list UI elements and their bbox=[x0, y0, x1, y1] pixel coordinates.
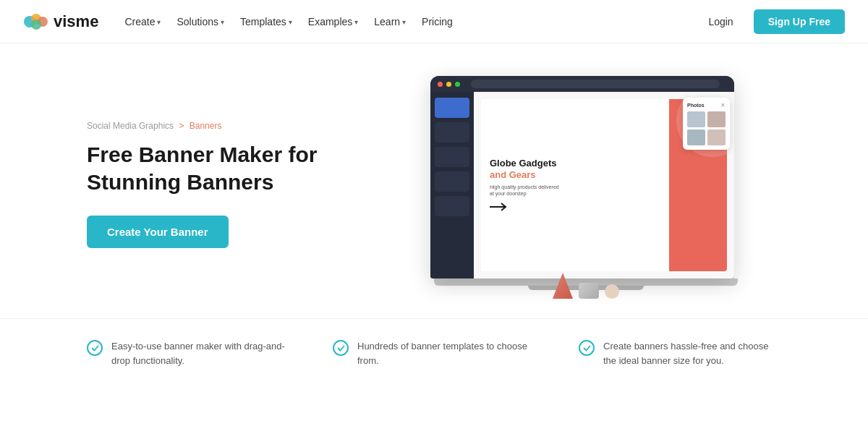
app-sidebar bbox=[430, 92, 474, 278]
photos-panel: Photos ✕ bbox=[683, 98, 730, 150]
checkmark-svg-3 bbox=[583, 344, 591, 352]
laptop-screen: Globe Gadgets and Gears High quality pro… bbox=[430, 76, 734, 278]
desk-decorations bbox=[553, 273, 619, 299]
banner-text-content: Globe Gadgets and Gears High quality pro… bbox=[481, 99, 669, 271]
login-button[interactable]: Login bbox=[697, 10, 744, 33]
svg-point-3 bbox=[31, 20, 41, 30]
banner-subtitle: High quality products deliveredat your d… bbox=[490, 184, 660, 197]
nav-examples[interactable]: Examples ▾ bbox=[302, 12, 364, 32]
chevron-down-icon: ▾ bbox=[354, 18, 358, 26]
cylinder-decoration bbox=[579, 283, 599, 299]
sidebar-icon-2 bbox=[435, 122, 469, 142]
breadcrumb-separator: > bbox=[179, 121, 184, 131]
feature-text-3: Create banners hassle-free and choose th… bbox=[603, 339, 781, 367]
photos-panel-title: Photos bbox=[687, 103, 705, 108]
laptop-body: Globe Gadgets and Gears High quality pro… bbox=[430, 92, 734, 278]
nav-learn[interactable]: Learn ▾ bbox=[368, 12, 412, 32]
laptop-mockup: Globe Gadgets and Gears High quality pro… bbox=[430, 76, 741, 293]
check-icon-1 bbox=[87, 340, 103, 356]
banner-title-line2: and Gears bbox=[490, 169, 660, 181]
dot-yellow bbox=[446, 82, 451, 87]
chevron-down-icon: ▾ bbox=[289, 18, 292, 26]
hero-illustration: Globe Gadgets and Gears High quality pro… bbox=[362, 76, 810, 293]
chevron-down-icon: ▾ bbox=[157, 18, 161, 26]
feature-text-1: Easy-to-use banner maker with drag-and-d… bbox=[111, 339, 289, 367]
logo[interactable]: visme bbox=[23, 12, 98, 31]
nav-create[interactable]: Create ▾ bbox=[119, 12, 166, 32]
chevron-down-icon: ▾ bbox=[221, 18, 224, 26]
sidebar-icon-3 bbox=[435, 147, 469, 167]
navbar-right: Login Sign Up Free bbox=[697, 9, 845, 34]
check-icon-2 bbox=[333, 340, 349, 356]
hero-section: Social Media Graphics > Banners Free Ban… bbox=[0, 43, 868, 318]
photos-panel-header: Photos ✕ bbox=[687, 102, 726, 109]
url-bar bbox=[471, 80, 720, 88]
breadcrumb-current: Banners bbox=[190, 121, 222, 131]
features-section: Easy-to-use banner maker with drag-and-d… bbox=[0, 318, 868, 391]
breadcrumb-parent[interactable]: Social Media Graphics bbox=[87, 121, 174, 131]
nav-items: Create ▾ Solutions ▾ Templates ▾ Example… bbox=[119, 12, 459, 32]
feature-item-3: Create banners hassle-free and choose th… bbox=[579, 339, 781, 367]
close-icon[interactable]: ✕ bbox=[720, 102, 726, 109]
photo-thumb-1 bbox=[687, 111, 705, 127]
breadcrumb: Social Media Graphics > Banners bbox=[87, 121, 362, 131]
feature-text-2: Hundreds of banner templates to choose f… bbox=[357, 339, 535, 367]
cone-decoration bbox=[553, 273, 573, 299]
logo-icon bbox=[23, 12, 49, 31]
canvas-area: Globe Gadgets and Gears High quality pro… bbox=[474, 92, 734, 278]
checkmark-svg-1 bbox=[91, 344, 99, 352]
ball-decoration bbox=[605, 284, 619, 299]
banner-title-line1: Globe Gadgets bbox=[490, 158, 660, 169]
feature-item-2: Hundreds of banner templates to choose f… bbox=[333, 339, 535, 367]
arrow-icon bbox=[490, 201, 510, 213]
hero-content: Social Media Graphics > Banners Free Ban… bbox=[87, 121, 362, 248]
photos-grid bbox=[687, 111, 726, 145]
logo-text: visme bbox=[54, 12, 98, 31]
photo-thumb-2 bbox=[707, 111, 726, 127]
dot-green bbox=[455, 82, 460, 87]
chevron-down-icon: ▾ bbox=[402, 18, 406, 26]
signup-button[interactable]: Sign Up Free bbox=[754, 9, 845, 34]
photo-thumb-3 bbox=[687, 129, 705, 145]
laptop-top-bar bbox=[430, 76, 734, 92]
check-icon-3 bbox=[579, 340, 595, 356]
nav-solutions[interactable]: Solutions ▾ bbox=[171, 12, 230, 32]
photo-thumb-4 bbox=[707, 129, 726, 145]
navbar: visme Create ▾ Solutions ▾ Templates ▾ E… bbox=[0, 0, 868, 43]
sidebar-icon-4 bbox=[435, 171, 469, 192]
feature-item-1: Easy-to-use banner maker with drag-and-d… bbox=[87, 339, 289, 367]
checkmark-svg-2 bbox=[337, 344, 345, 352]
dot-red bbox=[438, 82, 443, 87]
create-banner-button[interactable]: Create Your Banner bbox=[87, 216, 229, 248]
sidebar-icon-1 bbox=[435, 98, 469, 118]
hero-title: Free Banner Maker for Stunning Banners bbox=[87, 141, 362, 195]
nav-pricing[interactable]: Pricing bbox=[416, 12, 459, 32]
nav-templates[interactable]: Templates ▾ bbox=[234, 12, 298, 32]
sidebar-icon-5 bbox=[435, 196, 469, 216]
navbar-left: visme Create ▾ Solutions ▾ Templates ▾ E… bbox=[23, 12, 459, 32]
